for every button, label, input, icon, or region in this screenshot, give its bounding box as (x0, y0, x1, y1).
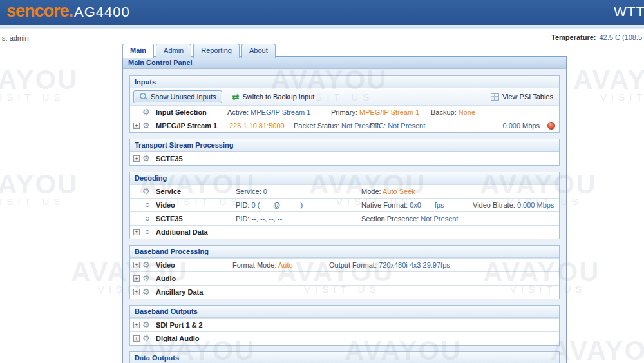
logo-text: sencore (6, 1, 69, 21)
stream-address-value: 225.1.10.81:5000 (229, 122, 285, 130)
switch-to-backup-label: Switch to Backup Input (242, 93, 314, 101)
gear-icon[interactable]: ⚙ (142, 287, 150, 297)
video-bitrate-value: 0.000 Mbps (517, 201, 554, 209)
stream-status-led (547, 122, 555, 130)
show-unused-inputs-label: Show Unused Inputs (151, 93, 216, 101)
digital-audio-label: Digital Audio (156, 335, 199, 342)
scte35-row: + ⚙ SCTE35 (130, 152, 559, 165)
decoding-header: Decoding (130, 172, 559, 184)
expand-icon[interactable]: + (133, 155, 140, 162)
fec-value: Not Present (388, 122, 425, 130)
section-data-outputs: Data Outputs Show Unused Outputs (129, 351, 560, 363)
main-control-panel: Main Control Panel Inputs Show Unused In… (122, 56, 567, 363)
magnifier-icon (139, 92, 147, 101)
bullet-icon (146, 230, 149, 234)
switch-to-backup-button[interactable]: ⇄ Switch to Backup Input (230, 92, 317, 102)
fec-field: FEC: Not Present (370, 122, 425, 130)
active-input-field: Active: MPEG/IP Stream 1 (227, 108, 310, 116)
section-baseband-processing: Baseband Processing + ⚙ Video Format Mod… (129, 245, 560, 299)
video-pid-label: PID: (236, 201, 249, 209)
gear-icon[interactable]: ⚙ (142, 273, 150, 283)
mode-field: Mode: Auto Seek (361, 188, 415, 195)
gear-icon[interactable]: ⚙ (142, 186, 150, 196)
gear-icon[interactable]: ⚙ (142, 260, 150, 270)
decode-video-label: Video (156, 201, 175, 209)
section-baseband-outputs: Baseband Outputs + ⚙ SDI Port 1 & 2 + ⚙ … (129, 305, 560, 346)
expand-icon[interactable]: + (133, 289, 140, 295)
temperature-label: Temperature: (551, 34, 596, 41)
native-format-field: Native Format: 0x0 -- --fps (361, 201, 444, 209)
input-selection-label: Input Selection (156, 108, 207, 116)
bullet-icon (146, 203, 149, 207)
expand-icon[interactable]: + (133, 262, 140, 268)
fec-label: FEC: (370, 122, 386, 130)
gear-icon[interactable]: ⚙ (142, 320, 150, 329)
output-format-value: 720x480i 4x3 29.97fps (379, 261, 450, 269)
tab-about[interactable]: About (242, 44, 276, 58)
service-num-label: Service: (236, 188, 261, 195)
inputs-header: Inputs (130, 76, 559, 88)
video-pid-value: 0 ( -- --@-- -- -- ) (251, 201, 303, 209)
primary-value: MPEG/IP Stream 1 (359, 108, 419, 116)
watermark: AVAYOUVISIT US (0, 169, 79, 207)
primary-label: Primary: (331, 108, 357, 116)
scte35-pid-field: PID: --, --, --, -- (236, 215, 282, 222)
inputs-toolbar: Show Unused Inputs ⇄ Switch to Backup In… (130, 88, 559, 105)
additional-data-label: Additional Data (156, 228, 208, 236)
temperature-info: Temperature: 42.5 C (108.5 F) S (551, 34, 644, 41)
expand-icon[interactable]: + (133, 229, 140, 235)
digital-audio-row: + ⚙ Digital Audio (130, 331, 559, 345)
temperature-value: 42.5 C (108.5 F) (599, 34, 644, 41)
input-selection-row: ⚙ Input Selection Active: MPEG/IP Stream… (130, 105, 559, 119)
gear-icon[interactable]: ⚙ (142, 107, 150, 117)
tab-reporting[interactable]: Reporting (193, 44, 240, 58)
bb-video-label: Video (156, 261, 175, 269)
gear-icon[interactable]: ⚙ (142, 333, 150, 343)
backup-label: Backup: (431, 108, 457, 116)
bb-audio-row: + ⚙ Audio (130, 271, 559, 285)
sencore-logo: sencore. (6, 1, 73, 21)
scte35-label: SCTE35 (156, 155, 183, 162)
section-decoding: Decoding ⚙ Service Service: 0 Mode: Auto… (129, 172, 560, 239)
service-num-value: 0 (263, 188, 267, 195)
panel-body: Inputs Show Unused Inputs ⇄ Switch to Ba… (123, 69, 566, 363)
decode-video-row: Video PID: 0 ( -- --@-- -- -- ) Native F… (130, 198, 559, 211)
bitrate-unit: Mbps (522, 122, 540, 130)
scte35-pid-label: PID: (236, 215, 249, 222)
primary-input-field: Primary: MPEG/IP Stream 1 (331, 108, 419, 116)
expand-icon[interactable]: + (133, 335, 140, 342)
logo-dot: . (69, 1, 73, 21)
tab-main[interactable]: Main (122, 44, 154, 58)
sdi-port-row: + ⚙ SDI Port 1 & 2 (130, 318, 559, 331)
baseband-processing-header: Baseband Processing (130, 246, 559, 258)
section-transport: Transport Stream Processing + ⚙ SCTE35 (129, 139, 560, 166)
section-inputs: Inputs Show Unused Inputs ⇄ Switch to Ba… (129, 75, 560, 133)
packet-status-label: Packet Status: (294, 122, 339, 130)
view-psi-tables-button[interactable]: View PSI Tables (488, 92, 556, 102)
output-format-label: Output Format: (329, 261, 377, 269)
format-mode-field: Format Mode: Auto (232, 261, 293, 269)
expand-icon[interactable]: + (133, 322, 140, 328)
gear-icon[interactable]: ⚙ (142, 121, 150, 130)
expand-icon[interactable]: + (133, 275, 140, 282)
user-info: s: admin (2, 34, 29, 42)
show-unused-inputs-button[interactable]: Show Unused Inputs (133, 90, 222, 103)
bullet-icon (146, 217, 149, 221)
view-psi-tables-label: View PSI Tables (502, 93, 553, 101)
output-format-field: Output Format: 720x480i 4x3 29.97fps (329, 261, 450, 269)
packet-status-field: Packet Status: Not Present (294, 122, 379, 130)
gear-icon[interactable]: ⚙ (142, 153, 150, 163)
swap-icon: ⇄ (232, 93, 240, 101)
native-format-label: Native Format: (361, 201, 408, 209)
video-bitrate-label: Video Bitrate: (473, 201, 515, 209)
user-value: admin (10, 34, 29, 42)
bb-ancillary-label: Ancillary Data (156, 288, 203, 296)
format-mode-label: Format Mode: (232, 261, 276, 269)
expand-icon[interactable]: + (133, 123, 140, 129)
native-format-value: 0x0 -- --fps (410, 201, 444, 209)
decode-scte35-label: SCTE35 (156, 215, 183, 222)
section-presence-value: Not Present (421, 215, 458, 222)
bb-ancillary-row: + ⚙ Ancillary Data (130, 285, 559, 299)
service-row: ⚙ Service Service: 0 Mode: Auto Seek (130, 184, 559, 198)
tab-admin[interactable]: Admin (156, 44, 191, 58)
